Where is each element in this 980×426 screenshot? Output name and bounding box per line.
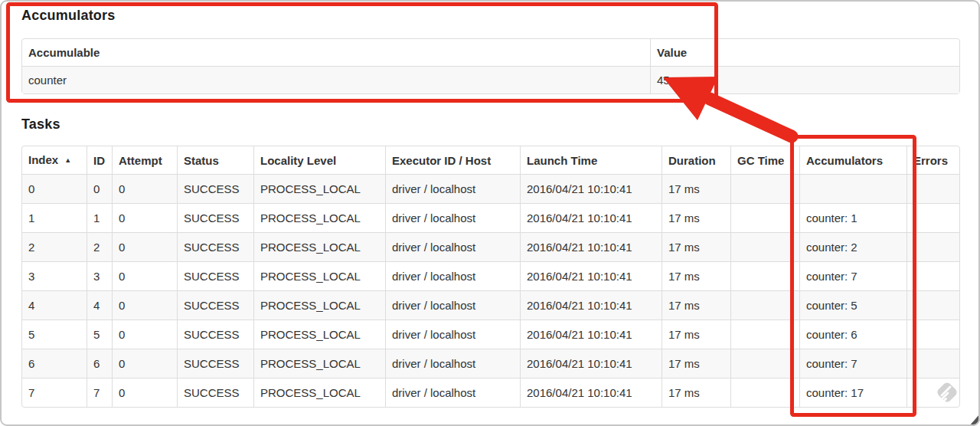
tasks-cell-attempt-row-3: 0: [112, 261, 177, 290]
tasks-cell-index-row-7: 7: [22, 378, 87, 407]
tasks-header-accumulators[interactable]: Accumulators: [799, 146, 906, 174]
tasks-cell-id-row-5: 5: [87, 320, 112, 349]
tasks-header-status[interactable]: Status: [177, 146, 253, 174]
tasks-cell-gc-time-row-6: [730, 349, 799, 378]
tasks-row-3: 330SUCCESSPROCESS_LOCALdriver / localhos…: [22, 261, 959, 290]
tasks-cell-attempt-row-6: 0: [112, 349, 177, 378]
tasks-cell-status-row-6: SUCCESS: [177, 349, 253, 378]
tasks-cell-status-row-0: SUCCESS: [177, 174, 253, 203]
tasks-cell-status-row-1: SUCCESS: [177, 203, 253, 232]
tasks-cell-gc-time-row-1: [730, 203, 799, 232]
tasks-header-executor-id-host[interactable]: Executor ID / Host: [385, 146, 520, 174]
tasks-row-5: 550SUCCESSPROCESS_LOCALdriver / localhos…: [22, 320, 959, 349]
tasks-cell-index-row-4: 4: [22, 290, 87, 320]
tasks-cell-locality-level-row-3: PROCESS_LOCAL: [253, 261, 385, 290]
tasks-header-gc-time[interactable]: GC Time: [730, 146, 799, 174]
tasks-cell-duration-row-1: 17 ms: [662, 203, 730, 232]
tasks-cell-id-row-1: 1: [87, 203, 112, 232]
tasks-cell-status-row-4: SUCCESS: [177, 290, 253, 320]
tasks-cell-index-row-6: 6: [22, 349, 87, 378]
tasks-cell-gc-time-row-3: [730, 261, 799, 290]
tasks-cell-launch-time-row-6: 2016/04/21 10:10:41: [520, 349, 662, 378]
accumulable-cell-accumulable-row-0: counter: [22, 66, 650, 93]
tasks-cell-locality-level-row-4: PROCESS_LOCAL: [253, 290, 385, 320]
tasks-cell-launch-time-row-7: 2016/04/21 10:10:41: [520, 378, 662, 407]
tasks-header-launch-time[interactable]: Launch Time: [520, 146, 662, 174]
tasks-cell-executor-id-host-row-2: driver / localhost: [385, 232, 520, 261]
tasks-header-id[interactable]: ID: [87, 146, 112, 174]
tasks-cell-duration-row-2: 17 ms: [662, 232, 730, 261]
accumulable-header-value[interactable]: Value: [650, 39, 959, 66]
tasks-header-locality-level[interactable]: Locality Level: [253, 146, 385, 174]
tasks-cell-index-row-2: 2: [22, 232, 87, 261]
tasks-cell-launch-time-row-5: 2016/04/21 10:10:41: [520, 320, 662, 349]
tasks-header-duration[interactable]: Duration: [662, 146, 730, 174]
tasks-cell-accumulators-row-5: counter: 6: [799, 320, 906, 349]
tasks-header-label-launch-time: Launch Time: [527, 154, 597, 167]
tasks-cell-locality-level-row-5: PROCESS_LOCAL: [253, 320, 385, 349]
tasks-cell-errors-row-7: [906, 378, 959, 407]
tasks-cell-status-row-7: SUCCESS: [177, 378, 253, 407]
tasks-cell-accumulators-row-6: counter: 7: [799, 349, 906, 378]
cursor-artifact: [969, 415, 980, 426]
tasks-cell-duration-row-4: 17 ms: [662, 290, 730, 320]
accumulable-table: AccumulableValue counter45: [21, 38, 960, 94]
tasks-cell-gc-time-row-2: [730, 232, 799, 261]
tasks-cell-accumulators-row-2: counter: 2: [799, 232, 906, 261]
tasks-row-1: 110SUCCESSPROCESS_LOCALdriver / localhos…: [22, 203, 959, 232]
tasks-cell-attempt-row-2: 0: [112, 232, 177, 261]
tasks-cell-index-row-3: 3: [22, 261, 87, 290]
tasks-row-2: 220SUCCESSPROCESS_LOCALdriver / localhos…: [22, 232, 959, 261]
tasks-cell-attempt-row-5: 0: [112, 320, 177, 349]
tasks-cell-locality-level-row-7: PROCESS_LOCAL: [253, 378, 385, 407]
tasks-cell-errors-row-6: [906, 349, 959, 378]
tasks-cell-accumulators-row-1: counter: 1: [799, 203, 906, 232]
tasks-cell-errors-row-4: [906, 290, 959, 320]
tasks-cell-duration-row-5: 17 ms: [662, 320, 730, 349]
tasks-cell-id-row-7: 7: [87, 378, 112, 407]
tasks-cell-accumulators-row-3: counter: 7: [799, 261, 906, 290]
tasks-section-title: Tasks: [21, 116, 959, 133]
tasks-header-label-attempt: Attempt: [119, 154, 162, 167]
tasks-cell-executor-id-host-row-4: driver / localhost: [385, 290, 520, 320]
accumulable-header-accumulable[interactable]: Accumulable: [22, 39, 650, 66]
tasks-header-label-status: Status: [184, 154, 219, 167]
tasks-cell-errors-row-2: [906, 232, 959, 261]
tasks-cell-launch-time-row-4: 2016/04/21 10:10:41: [520, 290, 662, 320]
tasks-header-errors[interactable]: Errors: [906, 146, 959, 174]
tasks-cell-gc-time-row-7: [730, 378, 799, 407]
tasks-cell-id-row-0: 0: [87, 174, 112, 203]
tasks-cell-gc-time-row-4: [730, 290, 799, 320]
tasks-header-index[interactable]: Index▲: [22, 146, 87, 174]
tasks-cell-executor-id-host-row-6: driver / localhost: [385, 349, 520, 378]
tasks-cell-id-row-2: 2: [87, 232, 112, 261]
tasks-cell-status-row-2: SUCCESS: [177, 232, 253, 261]
tasks-cell-launch-time-row-0: 2016/04/21 10:10:41: [520, 174, 662, 203]
tasks-cell-locality-level-row-6: PROCESS_LOCAL: [253, 349, 385, 378]
tasks-row-4: 440SUCCESSPROCESS_LOCALdriver / localhos…: [22, 290, 959, 320]
tasks-cell-executor-id-host-row-7: driver / localhost: [385, 378, 520, 407]
accumulable-table-header-row: AccumulableValue: [22, 39, 959, 66]
accumulable-row-0: counter45: [22, 66, 959, 93]
tasks-cell-duration-row-7: 17 ms: [662, 378, 730, 407]
tasks-cell-accumulators-row-0: [799, 174, 906, 203]
tasks-cell-index-row-5: 5: [22, 320, 87, 349]
tasks-cell-executor-id-host-row-1: driver / localhost: [385, 203, 520, 232]
tasks-row-0: 000SUCCESSPROCESS_LOCALdriver / localhos…: [22, 174, 959, 203]
tasks-cell-duration-row-0: 17 ms: [662, 174, 730, 203]
accumulable-header-label-accumulable: Accumulable: [28, 46, 100, 59]
tasks-header-label-duration: Duration: [668, 154, 716, 167]
tasks-header-label-locality-level: Locality Level: [260, 154, 336, 167]
tasks-cell-attempt-row-4: 0: [112, 290, 177, 320]
tasks-cell-attempt-row-7: 0: [112, 378, 177, 407]
tasks-cell-errors-row-0: [906, 174, 959, 203]
tasks-cell-executor-id-host-row-0: driver / localhost: [385, 174, 520, 203]
page-content: Accumulators AccumulableValue counter45 …: [0, 0, 980, 408]
tasks-cell-executor-id-host-row-3: driver / localhost: [385, 261, 520, 290]
tasks-cell-duration-row-6: 17 ms: [662, 349, 730, 378]
tasks-header-label-executor-id-host: Executor ID / Host: [392, 154, 491, 167]
tasks-cell-attempt-row-0: 0: [112, 174, 177, 203]
tasks-header-attempt[interactable]: Attempt: [112, 146, 177, 174]
tasks-cell-accumulators-row-7: counter: 17: [799, 378, 906, 407]
tasks-row-7: 770SUCCESSPROCESS_LOCALdriver / localhos…: [22, 378, 959, 407]
